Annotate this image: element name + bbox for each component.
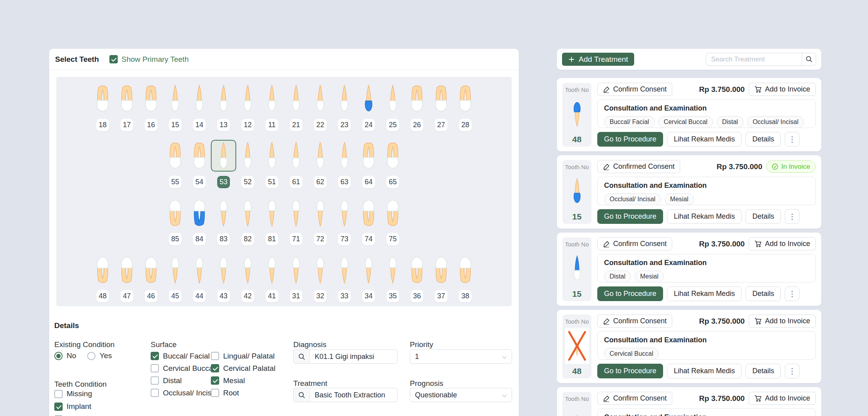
checkbox-icon[interactable] bbox=[211, 352, 219, 360]
tooth-figure-72[interactable] bbox=[308, 196, 333, 229]
priority-select[interactable]: 1 bbox=[410, 349, 512, 364]
surface-lingual-palatal[interactable]: Lingual/ Palatal bbox=[211, 352, 275, 361]
tooth-figure-41[interactable] bbox=[260, 253, 284, 286]
add-to-invoice-button[interactable]: Add to Invoice bbox=[749, 392, 816, 405]
tooth-number-47[interactable]: 47 bbox=[120, 290, 133, 302]
tooth-number-23[interactable]: 23 bbox=[338, 119, 351, 131]
tooth-figure-23[interactable] bbox=[333, 82, 357, 115]
tooth-number-34[interactable]: 34 bbox=[362, 290, 375, 302]
tooth-figure-15[interactable] bbox=[163, 82, 187, 115]
more-options-button[interactable]: ⋮ bbox=[785, 364, 799, 378]
tooth-number-42[interactable]: 42 bbox=[241, 290, 254, 302]
existing-condition-no[interactable]: No bbox=[54, 351, 76, 360]
tooth-number-37[interactable]: 37 bbox=[435, 290, 447, 302]
tooth-number-52[interactable]: 52 bbox=[241, 176, 254, 188]
tooth-number-31[interactable]: 31 bbox=[290, 290, 302, 302]
tooth-figure-62[interactable] bbox=[308, 139, 333, 172]
tooth-figure-42[interactable] bbox=[236, 253, 260, 286]
tooth-figure-31[interactable] bbox=[284, 253, 308, 286]
tooth-figure-64[interactable] bbox=[357, 139, 381, 172]
tooth-number-71[interactable]: 71 bbox=[290, 233, 302, 245]
tooth-figure-22[interactable] bbox=[308, 82, 333, 115]
tooth-figure-53[interactable] bbox=[212, 139, 236, 172]
tooth-figure-24[interactable] bbox=[357, 82, 381, 115]
more-options-button[interactable]: ⋮ bbox=[785, 132, 799, 147]
tooth-figure-43[interactable] bbox=[212, 253, 236, 286]
tooth-figure-44[interactable] bbox=[187, 253, 212, 286]
tooth-figure-26[interactable] bbox=[405, 82, 429, 115]
go-to-procedure-button[interactable]: Go to Procedure bbox=[597, 286, 663, 301]
checkbox-icon[interactable] bbox=[151, 376, 159, 385]
checkbox-icon[interactable] bbox=[54, 390, 63, 398]
tooth-figure-84[interactable] bbox=[187, 196, 212, 229]
tooth-number-83[interactable]: 83 bbox=[217, 233, 230, 245]
tooth-number-51[interactable]: 51 bbox=[266, 176, 278, 188]
tooth-figure-32[interactable] bbox=[308, 253, 333, 286]
tooth-number-64[interactable]: 64 bbox=[362, 176, 375, 188]
tooth-number-63[interactable]: 63 bbox=[338, 176, 351, 188]
tooth-number-33[interactable]: 33 bbox=[338, 290, 351, 302]
tooth-number-41[interactable]: 41 bbox=[266, 290, 278, 302]
tooth-number-72[interactable]: 72 bbox=[314, 233, 327, 245]
search-treatment-button[interactable] bbox=[802, 53, 816, 66]
add-to-invoice-button[interactable]: Add to Invoice bbox=[749, 315, 816, 328]
tooth-figure-34[interactable] bbox=[357, 253, 381, 286]
tooth-figure-13[interactable] bbox=[212, 82, 236, 115]
tooth-number-82[interactable]: 82 bbox=[241, 233, 254, 245]
teeth-condition-implant[interactable]: Implant bbox=[54, 402, 92, 411]
tooth-number-55[interactable]: 55 bbox=[169, 176, 182, 188]
tooth-number-12[interactable]: 12 bbox=[241, 119, 254, 131]
checkbox-icon[interactable] bbox=[54, 403, 63, 411]
teeth-condition-missing[interactable]: Missing bbox=[54, 389, 92, 398]
tooth-figure-12[interactable] bbox=[236, 82, 260, 115]
tooth-number-81[interactable]: 81 bbox=[266, 233, 278, 245]
surface-distal[interactable]: Distal bbox=[151, 376, 211, 385]
tooth-figure-16[interactable] bbox=[139, 82, 163, 115]
tooth-figure-85[interactable] bbox=[163, 196, 187, 229]
lihat-rekam-medis-button[interactable]: Lihat Rekam Medis bbox=[667, 286, 742, 301]
confirm-consent-button[interactable]: Confirm Consent bbox=[597, 315, 672, 328]
tooth-figure-17[interactable] bbox=[115, 82, 139, 115]
tooth-number-65[interactable]: 65 bbox=[386, 176, 399, 188]
tooth-number-24[interactable]: 24 bbox=[362, 119, 375, 131]
lihat-rekam-medis-button[interactable]: Lihat Rekam Medis bbox=[667, 364, 742, 378]
radio-icon[interactable] bbox=[87, 352, 96, 360]
checkbox-icon[interactable] bbox=[151, 352, 159, 360]
tooth-figure-75[interactable] bbox=[381, 196, 405, 229]
checkbox-icon[interactable] bbox=[151, 389, 159, 397]
lihat-rekam-medis-button[interactable]: Lihat Rekam Medis bbox=[667, 209, 742, 224]
surface-cervical-buccal[interactable]: Cervical Buccal bbox=[151, 364, 211, 373]
tooth-number-84[interactable]: 84 bbox=[193, 233, 206, 245]
tooth-figure-18[interactable] bbox=[91, 82, 115, 115]
more-options-button[interactable]: ⋮ bbox=[785, 286, 799, 301]
tooth-figure-55[interactable] bbox=[163, 139, 187, 172]
tooth-figure-21[interactable] bbox=[284, 82, 308, 115]
tooth-number-21[interactable]: 21 bbox=[290, 119, 302, 131]
surface-occlusal-incisal[interactable]: Occlusal/ Incisal bbox=[151, 389, 211, 397]
tooth-number-16[interactable]: 16 bbox=[145, 119, 157, 131]
tooth-figure-82[interactable] bbox=[236, 196, 260, 229]
radio-icon[interactable] bbox=[54, 352, 63, 360]
tooth-number-44[interactable]: 44 bbox=[193, 290, 206, 302]
show-primary-teeth-toggle[interactable]: Show Primary Teeth bbox=[109, 55, 189, 64]
tooth-number-48[interactable]: 48 bbox=[96, 290, 109, 302]
tooth-number-26[interactable]: 26 bbox=[411, 119, 423, 131]
tooth-number-85[interactable]: 85 bbox=[169, 233, 182, 245]
tooth-number-53[interactable]: 53 bbox=[217, 176, 230, 188]
tooth-number-22[interactable]: 22 bbox=[314, 119, 327, 131]
tooth-number-35[interactable]: 35 bbox=[386, 290, 399, 302]
tooth-figure-38[interactable] bbox=[453, 253, 478, 286]
confirm-consent-button[interactable]: Confirmed Consent bbox=[597, 160, 680, 173]
confirm-consent-button[interactable]: Confirm Consent bbox=[597, 392, 672, 405]
tooth-number-13[interactable]: 13 bbox=[217, 119, 230, 131]
checkbox-icon[interactable] bbox=[109, 55, 118, 63]
tooth-number-75[interactable]: 75 bbox=[386, 233, 399, 245]
tooth-number-11[interactable]: 11 bbox=[266, 119, 278, 131]
tooth-number-18[interactable]: 18 bbox=[96, 119, 109, 131]
add-to-invoice-button[interactable]: Add to Invoice bbox=[749, 83, 816, 96]
tooth-number-36[interactable]: 36 bbox=[411, 290, 423, 302]
lihat-rekam-medis-button[interactable]: Lihat Rekam Medis bbox=[667, 132, 742, 147]
diagnosis-field[interactable] bbox=[293, 349, 398, 364]
tooth-figure-81[interactable] bbox=[260, 196, 284, 229]
details-button[interactable]: Details bbox=[746, 132, 781, 147]
